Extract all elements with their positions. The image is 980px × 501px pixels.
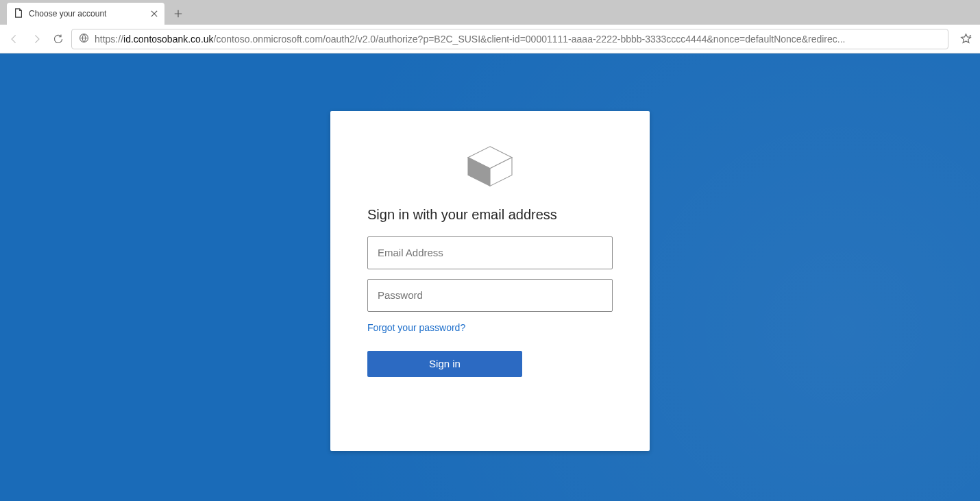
refresh-button[interactable]: [49, 30, 67, 48]
signin-heading: Sign in with your email address: [367, 207, 613, 223]
forward-button[interactable]: [27, 30, 45, 48]
browser-toolbar: https:// id.contosobank.co.uk /contoso.o…: [0, 25, 980, 53]
brand-logo: [367, 141, 613, 192]
email-field[interactable]: [367, 236, 613, 269]
site-info-icon[interactable]: [79, 33, 89, 45]
signin-button[interactable]: Sign in: [367, 351, 522, 377]
cube-icon: [463, 141, 517, 192]
tab-strip: Choose your account: [0, 0, 980, 25]
forgot-password-link[interactable]: Forgot your password?: [367, 322, 465, 333]
tab-title: Choose your account: [29, 9, 106, 19]
url-text: https:// id.contosobank.co.uk /contoso.o…: [95, 34, 941, 45]
page-body: Sign in with your email address Forgot y…: [0, 53, 980, 501]
new-tab-button[interactable]: [169, 4, 188, 23]
page-icon: [14, 8, 23, 20]
signin-card: Sign in with your email address Forgot y…: [330, 111, 650, 451]
back-button[interactable]: [5, 30, 23, 48]
favorites-button[interactable]: [957, 30, 975, 48]
url-path: /contoso.onmicrosoft.com/oauth2/v2.0/aut…: [214, 34, 846, 45]
url-host: id.contosobank.co.uk: [123, 34, 214, 45]
address-bar[interactable]: https:// id.contosobank.co.uk /contoso.o…: [71, 29, 948, 49]
url-protocol: https://: [95, 34, 123, 45]
close-tab-icon[interactable]: [151, 9, 158, 19]
browser-tab[interactable]: Choose your account: [7, 3, 164, 25]
password-field[interactable]: [367, 279, 613, 312]
